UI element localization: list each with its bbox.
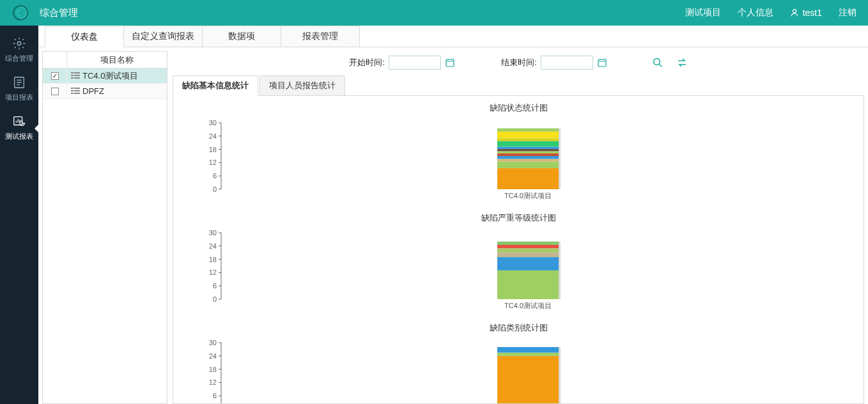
svg-rect-6 xyxy=(598,59,606,66)
svg-text:TC4.0测试项目: TC4.0测试项目 xyxy=(504,302,552,309)
topbar-link-logout[interactable]: 注销 xyxy=(839,7,856,19)
project-row[interactable]: DPFZ xyxy=(43,84,167,99)
bar-segment xyxy=(497,248,559,252)
topbar: 综合管理 测试项目 个人信息 test1 注销 xyxy=(0,0,868,26)
svg-text:18: 18 xyxy=(209,146,217,153)
svg-text:24: 24 xyxy=(209,242,217,250)
topbar-user[interactable]: test1 xyxy=(790,8,822,18)
chart-plot: 0612182430TC4.0测试项目 xyxy=(189,116,848,206)
swap-icon[interactable] xyxy=(676,57,688,68)
bar-segment xyxy=(497,156,559,159)
chart: 缺陷严重等级统计图0612182430TC4.0测试项目 xyxy=(173,212,864,316)
nav-label: 综合管理 xyxy=(5,54,33,63)
chart: 缺陷类别统计图0612182430TC4.0测试项目 xyxy=(173,322,864,404)
bar-segment xyxy=(497,168,559,189)
nav-item-integrated[interactable]: 综合管理 xyxy=(0,31,38,70)
list-icon xyxy=(71,88,80,95)
app-logo-icon xyxy=(12,4,29,22)
list-icon xyxy=(71,72,80,79)
topbar-link-testproject[interactable]: 测试项目 xyxy=(685,7,721,19)
svg-text:6: 6 xyxy=(213,282,217,290)
app-title: 综合管理 xyxy=(40,7,78,19)
svg-text:6: 6 xyxy=(213,392,217,400)
svg-point-0 xyxy=(13,6,27,20)
svg-rect-51 xyxy=(559,347,561,404)
svg-rect-5 xyxy=(446,59,454,66)
svg-text:12: 12 xyxy=(209,159,217,166)
svg-point-2 xyxy=(17,42,21,45)
bar-segment xyxy=(497,257,559,270)
bar-segment xyxy=(497,141,559,147)
sub-tabs: 缺陷基本信息统计项目人员报告统计 xyxy=(173,75,864,96)
svg-rect-36 xyxy=(559,242,561,299)
bar-segment xyxy=(497,356,559,404)
nav-item-project-report[interactable]: 项目报表 xyxy=(0,70,38,109)
nav-item-test-report[interactable]: 测试报表 xyxy=(0,109,38,148)
bar-segment xyxy=(497,146,559,148)
svg-text:24: 24 xyxy=(209,352,217,360)
svg-text:0: 0 xyxy=(213,295,217,303)
start-time-input[interactable] xyxy=(389,56,441,70)
calendar-icon[interactable] xyxy=(445,58,455,68)
chart-plot: 0612182430TC4.0测试项目 xyxy=(189,336,848,404)
filter-bar: 开始时间: 结束时间: xyxy=(173,54,864,72)
project-panel-header: 项目名称 xyxy=(43,52,167,68)
calendar-icon[interactable] xyxy=(597,58,607,68)
svg-text:18: 18 xyxy=(209,366,217,373)
bar-segment xyxy=(497,128,559,132)
chart: 缺陷状态统计图0612182430TC4.0测试项目 xyxy=(173,102,864,206)
start-time-label: 开始时间: xyxy=(349,57,385,68)
module-tab-dashboard[interactable]: 仪表盘 xyxy=(45,26,124,47)
subtab-defect-basic[interactable]: 缺陷基本信息统计 xyxy=(173,75,258,96)
project-name: DPFZ xyxy=(82,86,104,96)
chart-plot: 0612182430TC4.0测试项目 xyxy=(189,226,848,316)
project-header-name: 项目名称 xyxy=(67,52,167,68)
bar-segment xyxy=(497,138,559,141)
svg-text:TC4.0测试项目: TC4.0测试项目 xyxy=(504,192,552,199)
topbar-link-profile[interactable]: 个人信息 xyxy=(738,7,773,19)
bar-segment xyxy=(497,149,559,151)
svg-text:12: 12 xyxy=(209,268,217,276)
chart-title: 缺陷类别统计图 xyxy=(173,322,864,334)
nav-label: 项目报表 xyxy=(5,93,33,102)
nav-label: 测试报表 xyxy=(5,132,33,141)
bar-segment xyxy=(497,242,559,245)
module-tab-custom-query[interactable]: 自定义查询报表 xyxy=(123,26,203,47)
bar-segment xyxy=(497,252,559,257)
search-icon[interactable] xyxy=(652,57,663,68)
bar-segment xyxy=(497,162,559,168)
subtab-member-report[interactable]: 项目人员报告统计 xyxy=(260,75,345,95)
svg-rect-21 xyxy=(559,128,561,189)
svg-point-1 xyxy=(793,10,796,13)
report-icon xyxy=(12,75,27,90)
module-tab-dataitems[interactable]: 数据项 xyxy=(202,26,281,47)
bar-segment xyxy=(497,353,559,356)
end-time-label: 结束时间: xyxy=(501,57,537,68)
checkbox-icon[interactable] xyxy=(51,72,59,80)
bar-segment xyxy=(497,270,559,299)
svg-point-7 xyxy=(653,59,660,65)
bar-segment xyxy=(497,151,559,153)
bar-segment xyxy=(497,159,559,162)
bar-segment xyxy=(497,132,559,138)
module-tab-report-mgmt[interactable]: 报表管理 xyxy=(281,26,360,47)
module-tabs: 仪表盘自定义查询报表数据项报表管理 xyxy=(38,26,868,47)
gear-icon xyxy=(12,36,27,51)
chart-icon xyxy=(12,114,27,129)
svg-text:24: 24 xyxy=(209,132,217,140)
svg-text:0: 0 xyxy=(213,185,217,193)
chart-title: 缺陷状态统计图 xyxy=(173,102,864,114)
checkbox-icon[interactable] xyxy=(51,88,59,95)
project-row[interactable]: TC4.0测试项目 xyxy=(43,68,167,84)
left-sidebar: 综合管理项目报表测试报表 xyxy=(0,26,38,404)
chart-title: 缺陷严重等级统计图 xyxy=(173,212,864,224)
charts-container: 缺陷状态统计图0612182430TC4.0测试项目缺陷严重等级统计图06121… xyxy=(173,96,864,404)
end-time-input[interactable] xyxy=(541,56,593,70)
topbar-username: test1 xyxy=(803,8,822,18)
svg-text:18: 18 xyxy=(209,256,217,263)
user-icon xyxy=(790,8,799,17)
svg-text:30: 30 xyxy=(209,339,217,346)
project-panel: 项目名称 TC4.0测试项目DPFZ xyxy=(42,51,167,404)
svg-text:12: 12 xyxy=(209,378,217,386)
bar-segment xyxy=(497,245,559,248)
